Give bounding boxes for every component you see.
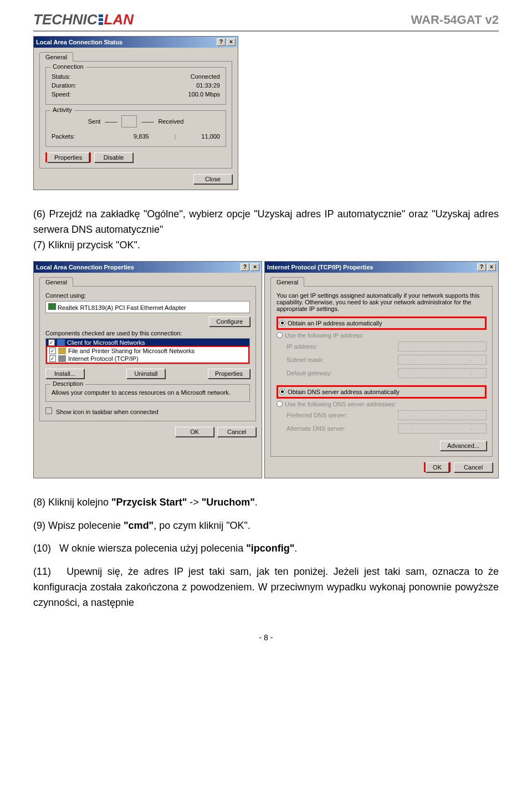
titlebar: Local Area Connection Properties ? × xyxy=(34,262,262,273)
list-item: ✓ File and Printer Sharing for Microsoft… xyxy=(47,347,248,355)
help-icon[interactable]: ? xyxy=(217,38,226,46)
list-item: ✓ Internet Protocol (TCP/IP) xyxy=(47,355,248,363)
instructions-block-b: (8) Kliknij kolejno "Przycisk Start" -> … xyxy=(33,495,499,611)
close-button[interactable]: Close xyxy=(193,174,232,184)
duration-label: Duration: xyxy=(52,82,76,89)
connection-legend: Connection xyxy=(50,63,86,70)
status-value: Connected xyxy=(191,73,220,80)
item-label: Client for Microsoft Networks xyxy=(67,339,145,346)
highlight-obtain-ip: Obtain an IP address automatically xyxy=(277,317,487,330)
radio-use-ip[interactable]: Use the following IP address: xyxy=(277,331,487,340)
speed-label: Speed: xyxy=(52,91,71,98)
pref-dns-input: ... xyxy=(398,410,487,420)
radio-icon[interactable] xyxy=(277,332,283,338)
step-8: (8) Kliknij kolejno "Przycisk Start" -> … xyxy=(33,495,499,511)
titlebar: Local Area Connection Status ? × xyxy=(34,37,238,48)
client-icon xyxy=(57,339,65,346)
close-icon[interactable]: × xyxy=(227,38,236,46)
highlight-obtain-dns: Obtain DNS server address automatically xyxy=(277,385,487,399)
checkbox-icon[interactable] xyxy=(45,407,52,414)
cancel-button[interactable]: Cancel xyxy=(454,462,493,472)
alt-dns-input: ... xyxy=(398,424,487,433)
description-text: Allows your computer to access resources… xyxy=(52,389,244,396)
logo-text-right: LAN xyxy=(104,11,134,28)
dialog-title: Internet Protocol (TCP/IP) Properties xyxy=(267,264,373,271)
gateway-label: Default gateway: xyxy=(287,370,332,376)
disable-button[interactable]: Disable xyxy=(94,152,133,162)
components-list[interactable]: ✓ Client for Microsoft Networks ✓ File a… xyxy=(45,338,250,364)
ok-button[interactable]: OK xyxy=(175,427,214,437)
instructions-block-a: (6) Przejdź na zakładkę "Ogólne", wybier… xyxy=(33,207,499,253)
speed-value: 100.0 Mbps xyxy=(188,91,220,98)
advanced-button[interactable]: Advanced... xyxy=(440,441,487,451)
adapter-icon xyxy=(48,303,56,310)
subnet-input: ... xyxy=(398,355,487,365)
highlight-properties: Properties xyxy=(45,152,91,162)
step-7: (7) Kliknij przycisk "OK". xyxy=(33,239,140,251)
adapter-name: Realtek RTL8139(A) PCI Fast Ethernet Ada… xyxy=(58,304,186,311)
step-6: (6) Przejdź na zakładkę "Ogólne", wybier… xyxy=(33,208,499,235)
close-icon[interactable]: × xyxy=(250,263,259,271)
step-11: (11) Upewnij się, że adres IP jest taki … xyxy=(33,564,499,611)
checkbox-icon[interactable]: ✓ xyxy=(48,339,55,346)
highlight-ok: OK xyxy=(424,462,451,472)
help-icon[interactable]: ? xyxy=(477,263,486,271)
show-icon-label: Show icon in taskbar when connected xyxy=(56,409,158,415)
radio-label: Obtain an IP address automatically xyxy=(288,320,382,326)
step-10: (10) W oknie wiersza polecenia użyj pole… xyxy=(33,541,499,557)
close-icon[interactable]: × xyxy=(487,263,496,271)
configure-button[interactable]: Configure xyxy=(209,317,250,326)
show-icon-row[interactable]: Show icon in taskbar when connected xyxy=(45,407,250,415)
info-text: You can get IP settings assigned automat… xyxy=(277,292,487,312)
radio-obtain-ip[interactable]: Obtain an IP address automatically xyxy=(279,319,484,328)
item-label: Internet Protocol (TCP/IP) xyxy=(68,355,139,362)
components-label: Components checked are used by this conn… xyxy=(45,330,250,336)
radio-label: Use the following IP address: xyxy=(285,332,364,339)
packets-received: 11,000 xyxy=(201,133,220,140)
ok-button[interactable]: OK xyxy=(426,462,449,472)
radio-icon[interactable] xyxy=(277,401,283,407)
tab-general[interactable]: General xyxy=(39,277,73,287)
dialog-tcpip-properties: Internet Protocol (TCP/IP) Properties ? … xyxy=(264,261,499,478)
radio-use-dns[interactable]: Use the following DNS server addresses: xyxy=(277,400,487,409)
activity-group: Activity Sent —— —— Received Packets: 9,… xyxy=(45,110,226,147)
computer-icon xyxy=(121,115,137,127)
radio-label: Obtain DNS server address automatically xyxy=(288,389,400,395)
packets-sent: 9,835 xyxy=(134,133,149,140)
tab-general[interactable]: General xyxy=(270,277,304,287)
duration-value: 01:33:29 xyxy=(196,82,220,89)
pref-dns-label: Preferred DNS server: xyxy=(287,412,347,419)
ip-input: ... xyxy=(398,341,487,351)
dialog-title: Local Area Connection Properties xyxy=(36,264,134,271)
install-button[interactable]: Install... xyxy=(45,369,84,379)
cancel-button[interactable]: Cancel xyxy=(217,427,256,437)
ip-label: IP address: xyxy=(287,343,317,350)
logo-text-left: TECHNIC xyxy=(33,11,98,28)
page-number: - 8 - xyxy=(33,633,499,642)
step-9: (9) Wpisz polecenie "cmd", po czym klikn… xyxy=(33,518,499,534)
tab-general[interactable]: General xyxy=(39,52,73,62)
gateway-input: ... xyxy=(398,368,487,378)
radio-obtain-dns[interactable]: Obtain DNS server address automatically xyxy=(279,387,484,396)
radio-label: Use the following DNS server addresses: xyxy=(285,401,396,407)
properties-button[interactable]: Properties xyxy=(47,152,89,162)
uninstall-button[interactable]: Uninstall xyxy=(126,369,165,379)
properties-button[interactable]: Properties xyxy=(208,369,250,379)
list-item: ✓ Client for Microsoft Networks xyxy=(46,339,249,346)
status-label: Status: xyxy=(52,73,70,80)
logo: TECHNIC LAN xyxy=(33,11,134,28)
checkbox-icon[interactable]: ✓ xyxy=(49,348,56,354)
protocol-icon xyxy=(58,355,66,362)
activity-legend: Activity xyxy=(50,106,74,113)
fileshare-icon xyxy=(58,348,66,354)
radio-icon[interactable] xyxy=(279,320,285,326)
connect-using-label: Connect using: xyxy=(45,292,250,299)
checkbox-icon[interactable]: ✓ xyxy=(49,355,56,362)
radio-icon[interactable] xyxy=(279,389,285,395)
packets-label: Packets: xyxy=(52,133,75,140)
item-label: File and Printer Sharing for Microsoft N… xyxy=(68,348,195,354)
help-icon[interactable]: ? xyxy=(241,263,249,271)
dialog-connection-properties: Local Area Connection Properties ? × Gen… xyxy=(33,261,262,478)
alt-dns-label: Alternate DNS server: xyxy=(287,425,346,432)
description-group: Description Allows your computer to acce… xyxy=(45,384,250,402)
